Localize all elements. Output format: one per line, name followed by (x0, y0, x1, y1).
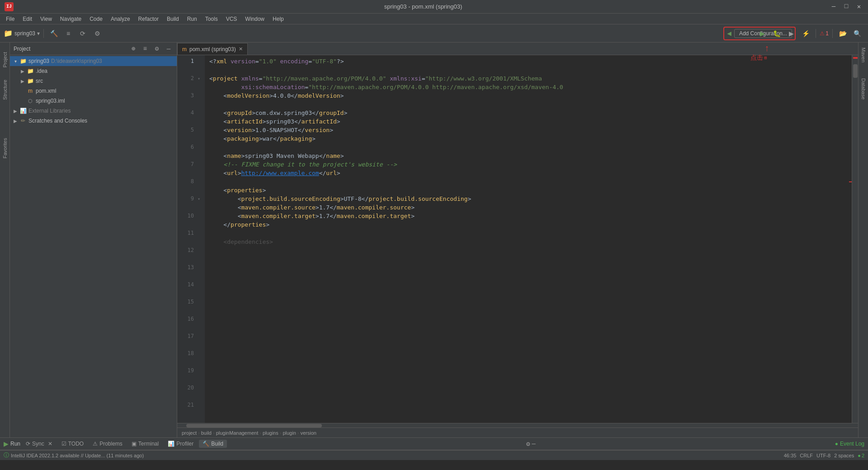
scroll-thumb[interactable] (853, 64, 858, 78)
right-sidebar-maven[interactable]: Maven (860, 45, 867, 65)
menu-build[interactable]: Build (163, 15, 183, 23)
toolbar-btn-3[interactable]: ⚙ (91, 27, 104, 40)
menu-file[interactable]: File (2, 15, 18, 23)
right-sidebar-database[interactable]: Database (860, 76, 867, 102)
tab-profiler[interactable]: 📊 Profiler (164, 440, 197, 448)
editor-tabs: m pom.xml (spring03) ✕ (177, 43, 858, 55)
open-file-button[interactable]: 📂 (836, 27, 849, 40)
error-indicator-top[interactable] (853, 57, 858, 59)
breadcrumb-plugin-management[interactable]: pluginManagement (216, 430, 259, 436)
left-icon-structure[interactable]: Structure (1, 77, 9, 104)
minimize-bottom[interactable]: — (532, 440, 535, 447)
toolbar-profile-button[interactable]: ⚡ (799, 27, 812, 40)
toolbar-btn-1[interactable]: ≡ (62, 27, 75, 40)
toolbar-run-button[interactable]: ▶ (756, 27, 769, 40)
line-num-20: 20 (177, 384, 194, 392)
right-sidebar: Maven Database (858, 43, 868, 437)
event-log-label: Event Log (840, 441, 864, 447)
window-controls[interactable]: — □ ✕ (829, 3, 863, 10)
breadcrumb-plugin[interactable]: plugin (283, 430, 296, 436)
menu-refactor[interactable]: Refactor (135, 15, 162, 23)
h-scroll-thumb[interactable] (186, 424, 322, 427)
tab-build[interactable]: 🔨 Build (199, 440, 227, 448)
indent-indicator[interactable]: 2 spaces (834, 453, 854, 458)
project-dropdown[interactable]: 📁 spring03 ▾ (4, 29, 40, 38)
tree-icon-pom: m (26, 88, 34, 94)
favorites-tab-label[interactable]: Favorites (1, 135, 9, 161)
fold-arrow-3[interactable]: ▾ (198, 76, 200, 81)
project-tab-label[interactable]: Project (1, 49, 9, 70)
tab-terminal[interactable]: ▣ Terminal (128, 440, 162, 448)
settings-gear[interactable]: ⚙ (526, 440, 530, 448)
structure-tab-label[interactable]: Structure (1, 77, 9, 103)
tree-arrow-scratches: ▶ (12, 119, 19, 123)
tree-item-pom[interactable]: m pom.xml (10, 86, 177, 96)
menu-code[interactable]: Code (86, 15, 106, 23)
maximize-button[interactable]: □ (842, 3, 851, 10)
toolbar-btn-2[interactable]: ⟳ (76, 27, 89, 40)
tab-todo[interactable]: ☑ TODO (58, 440, 87, 448)
tree-item-idea[interactable]: ▶ 📁 .idea (10, 66, 177, 76)
breadcrumb-sep-5: › (297, 430, 299, 436)
panel-close-btn[interactable]: — (164, 45, 173, 52)
toolbar-debug-button[interactable]: 🐛 (770, 27, 783, 40)
fold-arrow-16[interactable]: ▾ (198, 196, 200, 201)
menu-analyze[interactable]: Analyze (107, 15, 134, 23)
breadcrumb-project[interactable]: project (182, 430, 197, 436)
horizontal-scrollbar[interactable] (177, 423, 858, 427)
left-icon-favorites[interactable]: Favorites (1, 135, 9, 163)
encoding-indicator[interactable]: UTF-8 (816, 453, 830, 458)
panel-expand-btn[interactable]: ≡ (141, 45, 150, 52)
code-line-12: <name>spring03 Maven Webapp</name> (209, 152, 847, 160)
line-separator[interactable]: CRLF (800, 453, 813, 458)
breadcrumb-sep-1: › (198, 430, 200, 436)
left-icon-project[interactable]: Project (1, 46, 9, 73)
menu-tools[interactable]: Tools (202, 15, 222, 23)
tree-item-src[interactable]: ▶ 📁 src (10, 76, 177, 86)
close-button[interactable]: ✕ (854, 3, 863, 10)
menu-run[interactable]: Run (184, 15, 201, 23)
tree-item-external[interactable]: ▶ 📊 External Libraries (10, 106, 177, 116)
error-count: 1 (826, 30, 829, 37)
menu-view[interactable]: View (37, 15, 56, 23)
minimize-button[interactable]: — (829, 3, 838, 10)
sync-close[interactable]: ✕ (48, 441, 52, 447)
caret-position[interactable]: 46:35 (784, 453, 797, 458)
line-numbers: 1 2 3 4 5 6 7 8 9 10 11 12 13 14 15 16 1… (177, 55, 198, 423)
editor-tab-pom[interactable]: m pom.xml (spring03) ✕ (177, 43, 248, 55)
build-tab[interactable]: ⟳ TODO Sync ✕ (22, 440, 56, 448)
breadcrumb-plugins[interactable]: plugins (263, 430, 278, 436)
code-area[interactable]: <?xml version="1.0" encoding="UTF-8"?> <… (205, 55, 852, 423)
error-count-status[interactable]: ● 2 (858, 453, 864, 458)
build-project-button[interactable]: 🔨 (47, 27, 60, 40)
title-bar-left: IJ (5, 2, 17, 11)
status-message[interactable]: IntelliJ IDEA 2022.1.2 available // Upda… (11, 453, 144, 458)
menu-window[interactable]: Window (241, 15, 268, 23)
code-line-4: xsi:schemaLocation="http://maven.apache.… (209, 83, 847, 91)
panel-collapse-btn[interactable]: ⊕ (129, 45, 138, 52)
code-line-21 (209, 229, 847, 237)
toolbar-separator-1 (43, 29, 44, 38)
menu-vcs[interactable]: VCS (222, 15, 241, 23)
problems-icon: ⚠ (93, 441, 98, 447)
toolbar-coverage-button[interactable]: ▶ (785, 27, 797, 40)
tree-item-iml[interactable]: ⬡ spring03.iml (10, 96, 177, 106)
toolbar-separator-2 (816, 29, 816, 38)
tab-problems[interactable]: ⚠ Problems (89, 440, 126, 448)
tab-close-pom[interactable]: ✕ (239, 46, 243, 52)
tree-item-scratches[interactable]: ▶ ✏ Scratches and Consoles (10, 116, 177, 126)
error-indicator: ⚠ 1 (820, 30, 829, 37)
run-button[interactable]: ▶ Run (4, 440, 20, 447)
menu-navigate[interactable]: Navigate (57, 15, 85, 23)
tree-item-root[interactable]: ▾ 📁 spring03 D:\ideawork\spring03 (10, 56, 177, 66)
menu-help[interactable]: Help (269, 15, 288, 23)
menu-edit[interactable]: Edit (19, 15, 36, 23)
breadcrumb-version[interactable]: version (300, 430, 316, 436)
run-label: Run (10, 441, 20, 447)
tree-icon-external: 📊 (19, 108, 27, 114)
error-badge[interactable]: ● Event Log (835, 441, 864, 447)
panel-settings-btn[interactable]: ⚙ (152, 45, 161, 52)
breadcrumb-build[interactable]: build (201, 430, 212, 436)
toolbar-separator-3 (832, 29, 833, 38)
search-everywhere-button[interactable]: 🔍 (851, 27, 863, 40)
